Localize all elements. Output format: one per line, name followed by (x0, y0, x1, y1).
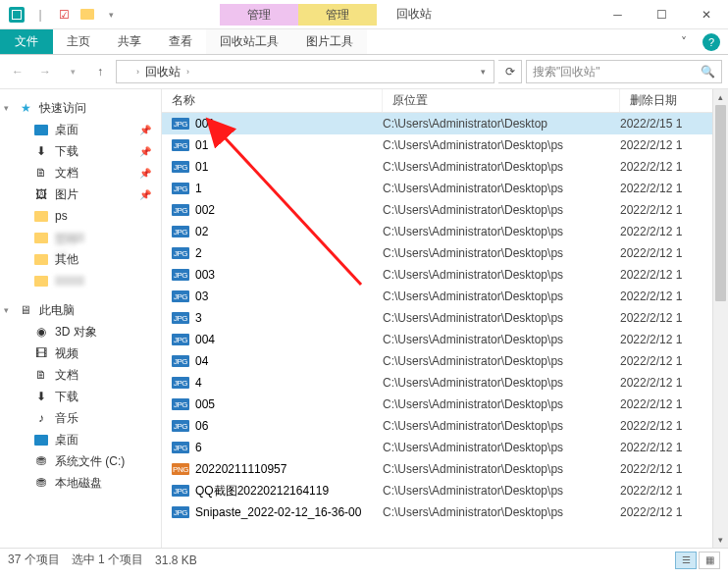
ribbon-collapse-icon[interactable]: ˅ (673, 29, 695, 54)
nav-item-图片[interactable]: 🖼图片📌 (0, 184, 161, 205)
search-icon[interactable]: 🔍 (701, 65, 715, 79)
maximize-button[interactable]: ☐ (640, 0, 684, 29)
address-dropdown-icon[interactable]: ▾ (477, 67, 490, 77)
file-type-icon: PNG (172, 463, 189, 475)
icons-view-button[interactable]: ▦ (699, 552, 720, 569)
file-type-icon: JPG (172, 485, 189, 497)
refresh-button[interactable]: ⟳ (498, 60, 522, 83)
nav-item-本地磁盘[interactable]: ⛃本地磁盘 (0, 472, 161, 494)
file-tab[interactable]: 文件 (0, 29, 53, 54)
scroll-track[interactable] (713, 105, 728, 532)
qat-folder-icon[interactable] (77, 4, 98, 26)
nav-item-下载[interactable]: ⬇下载 (0, 386, 161, 407)
tab-view[interactable]: 查看 (155, 29, 206, 54)
file-row[interactable]: JPG06C:\Users\Administrator\Desktop\ps20… (162, 415, 728, 437)
scroll-up-icon[interactable]: ▴ (713, 89, 728, 105)
nav-quick-access[interactable]: ▾ ★ 快速访问 (0, 97, 161, 119)
file-row[interactable]: PNG20220211110957C:\Users\Administrator\… (162, 458, 728, 480)
file-rows[interactable]: JPG001C:\Users\Administrator\Desktop2022… (162, 113, 728, 548)
breadcrumb-segment[interactable]: 回收站 (141, 64, 184, 80)
file-row[interactable]: JPG005C:\Users\Administrator\Desktop\ps2… (162, 394, 728, 415)
nav-item-3D 对象[interactable]: ◉3D 对象 (0, 321, 161, 342)
file-name: 003 (195, 268, 215, 282)
header-location[interactable]: 原位置 (383, 89, 620, 112)
scroll-down-icon[interactable]: ▾ (713, 532, 728, 548)
nav-item-下载[interactable]: ⬇下载📌 (0, 140, 161, 162)
file-name: QQ截图20220212164119 (195, 483, 329, 500)
nav-item-工作记[interactable]: 工作记 (0, 227, 161, 248)
nav-label: 快速访问 (39, 100, 86, 117)
vertical-scrollbar[interactable]: ▴ ▾ (712, 89, 728, 548)
search-input[interactable]: 搜索"回收站" 🔍 (526, 60, 722, 83)
nav-item-音乐[interactable]: ♪音乐 (0, 407, 161, 429)
nav-item-label: 系统文件 (C:) (55, 453, 125, 470)
status-count: 37 个项目 (8, 552, 60, 568)
file-row[interactable]: JPG1C:\Users\Administrator\Desktop\ps202… (162, 178, 728, 199)
help-icon[interactable]: ? (702, 33, 720, 51)
nav-this-pc[interactable]: ▾ 🖥 此电脑 (0, 299, 161, 321)
window-controls: ─ ☐ ✕ (596, 0, 728, 29)
nav-item-系统文件 (C:)[interactable]: ⛃系统文件 (C:) (0, 450, 161, 472)
chevron-down-icon[interactable]: ▾ (4, 103, 9, 113)
header-name[interactable]: 名称 (162, 89, 383, 112)
nav-item-文档[interactable]: 🗎文档 (0, 364, 161, 386)
main-area: ▾ ★ 快速访问 桌面📌⬇下载📌🗎文档📌🖼图片📌ps工作记其他 ▾ 🖥 此电脑 … (0, 88, 728, 548)
file-row[interactable]: JPG6C:\Users\Administrator\Desktop\ps202… (162, 437, 728, 458)
qat-dropdown-icon[interactable]: ▾ (100, 4, 122, 26)
navigation-pane[interactable]: ▾ ★ 快速访问 桌面📌⬇下载📌🗎文档📌🖼图片📌ps工作记其他 ▾ 🖥 此电脑 … (0, 89, 162, 548)
file-row[interactable]: JPG04C:\Users\Administrator\Desktop\ps20… (162, 350, 728, 372)
file-row[interactable]: JPGSnipaste_2022-02-12_16-36-00C:\Users\… (162, 501, 728, 523)
file-row[interactable]: JPG003C:\Users\Administrator\Desktop\ps2… (162, 264, 728, 286)
file-row[interactable]: JPG4C:\Users\Administrator\Desktop\ps202… (162, 372, 728, 394)
address-box[interactable]: › 回收站 › ▾ (116, 60, 494, 83)
file-row[interactable]: JPG01C:\Users\Administrator\Desktop\ps20… (162, 134, 728, 156)
app-icon[interactable] (6, 4, 27, 26)
forward-button[interactable]: → (33, 60, 57, 83)
file-row[interactable]: JPG001C:\Users\Administrator\Desktop2022… (162, 113, 728, 134)
nav-item-label: 本地磁盘 (55, 475, 102, 492)
file-type-icon: JPG (172, 506, 189, 518)
file-row[interactable]: JPG002C:\Users\Administrator\Desktop\ps2… (162, 199, 728, 221)
tab-recycle-tools[interactable]: 回收站工具 (206, 29, 292, 54)
recent-dropdown[interactable]: ▾ (61, 60, 84, 83)
file-row[interactable]: JPGQQ截图20220212164119C:\Users\Administra… (162, 480, 728, 501)
file-type-icon: JPG (172, 226, 189, 237)
file-row[interactable]: JPG3C:\Users\Administrator\Desktop\ps202… (162, 307, 728, 329)
nav-item-桌面[interactable]: 桌面 (0, 429, 161, 450)
file-row[interactable]: JPG02C:\Users\Administrator\Desktop\ps20… (162, 221, 728, 242)
chevron-down-icon[interactable]: ▾ (4, 305, 9, 315)
nav-item-视频[interactable]: 🎞视频 (0, 342, 161, 364)
context-tab-manage-1[interactable]: 管理 (220, 4, 298, 26)
minimize-button[interactable]: ─ (596, 0, 640, 29)
details-view-button[interactable]: ☰ (675, 552, 697, 569)
nav-item-桌面[interactable]: 桌面📌 (0, 119, 161, 140)
nav-item-文档[interactable]: 🗎文档📌 (0, 162, 161, 184)
nav-item-ps[interactable]: ps (0, 205, 161, 227)
file-location: C:\Users\Administrator\Desktop\ps (383, 484, 620, 498)
file-row[interactable]: JPG004C:\Users\Administrator\Desktop\ps2… (162, 329, 728, 350)
context-tab-manage-2[interactable]: 管理 (298, 4, 377, 26)
nav-item-blurred[interactable] (0, 270, 161, 291)
nav-item-label: ps (55, 209, 68, 223)
scroll-thumb[interactable] (715, 105, 726, 301)
status-bar: 37 个项目 选中 1 个项目 31.8 KB ☰ ▦ (0, 548, 728, 571)
tab-picture-tools[interactable]: 图片工具 (292, 29, 367, 54)
close-button[interactable]: ✕ (684, 0, 728, 29)
file-name: 2 (195, 246, 202, 260)
properties-icon[interactable]: ☑ (53, 4, 75, 26)
tab-share[interactable]: 共享 (104, 29, 155, 54)
file-type-icon: JPG (172, 139, 189, 151)
up-button[interactable]: ↑ (88, 60, 112, 83)
pin-icon: 📌 (139, 146, 151, 157)
nav-item-label: 下载 (55, 143, 78, 160)
file-location: C:\Users\Administrator\Desktop\ps (383, 441, 620, 454)
file-row[interactable]: JPG03C:\Users\Administrator\Desktop\ps20… (162, 286, 728, 307)
file-list-area: 名称 原位置 删除日期 JPG001C:\Users\Administrator… (162, 89, 728, 548)
file-row[interactable]: JPG01C:\Users\Administrator\Desktop\ps20… (162, 156, 728, 178)
breadcrumb-sep-icon[interactable]: › (184, 67, 191, 77)
back-button[interactable]: ← (6, 60, 29, 83)
tab-home[interactable]: 主页 (53, 29, 104, 54)
breadcrumb-sep-icon[interactable]: › (134, 67, 141, 77)
nav-item-其他[interactable]: 其他 (0, 248, 161, 270)
file-row[interactable]: JPG2C:\Users\Administrator\Desktop\ps202… (162, 242, 728, 264)
